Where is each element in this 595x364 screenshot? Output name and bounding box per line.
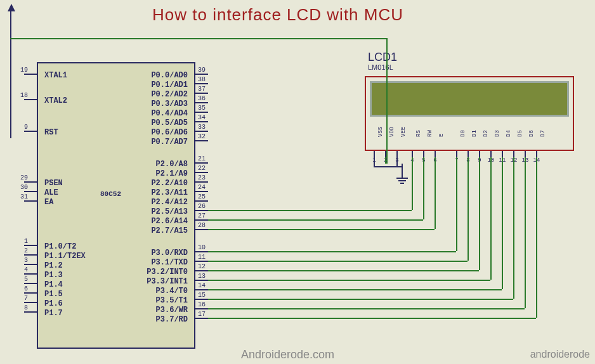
pin-number: 23	[198, 174, 206, 181]
pin-stub	[24, 273, 37, 275]
pin-stub	[24, 99, 37, 100]
wire	[435, 157, 436, 229]
pin-stub	[423, 151, 424, 157]
pin-stub	[536, 151, 537, 157]
pin-stub	[195, 229, 208, 230]
pin-stub	[385, 151, 386, 157]
pin-stub	[396, 151, 398, 157]
wire	[456, 157, 457, 251]
pin-number: 11	[198, 254, 206, 261]
mcu-pin-label: P0.5/AD5	[151, 119, 188, 127]
wire	[208, 261, 468, 262]
lcd-pin-label: RW	[427, 130, 433, 137]
pin-stub	[24, 181, 37, 183]
pin-stub	[24, 245, 37, 246]
pin-stub	[195, 251, 208, 252]
mcu-pin-label: P0.3/AD3	[151, 100, 188, 108]
pin-stub	[525, 151, 526, 157]
mcu-pin-label: P2.5/A13	[151, 207, 188, 216]
pin-stub	[195, 318, 208, 319]
wire	[490, 157, 492, 280]
pin-stub	[456, 151, 457, 157]
pin-number: 14	[198, 282, 206, 289]
pin-stub	[195, 210, 208, 211]
mcu-pin-label: P3.3/INT1	[147, 277, 188, 286]
wire	[208, 229, 435, 230]
pin-number: 7	[16, 295, 28, 302]
lcd-pin-label: VSS	[377, 127, 384, 137]
mcu-pin-label: P3.2/INT0	[147, 268, 188, 276]
pin-number: 35	[198, 105, 206, 112]
wire	[525, 157, 526, 308]
pin-stub	[490, 151, 492, 157]
pin-stub	[195, 200, 208, 202]
pin-stub	[502, 151, 503, 157]
mcu-pin-label: P3.7/RD	[156, 315, 188, 324]
lcd-module	[365, 76, 574, 151]
pin-number: 22	[198, 165, 206, 172]
pin-number: 4	[16, 266, 28, 273]
pin-number: 28	[198, 222, 206, 229]
pin-stub	[195, 299, 208, 300]
pin-stub	[24, 311, 37, 313]
mcu-pin-label: P2.3/A11	[151, 188, 188, 197]
ground-bar	[398, 180, 406, 181]
pin-stub	[195, 93, 208, 94]
mcu-pin-label: P2.6/A14	[151, 217, 188, 226]
wire	[423, 157, 424, 219]
mcu-pin-label: P0.4/AD4	[151, 109, 188, 118]
mcu-pin-label: RST	[44, 128, 58, 137]
wire	[208, 219, 423, 221]
mcu-pin-label: P0.7/AD7	[151, 138, 188, 146]
pin-number: 25	[198, 193, 206, 200]
lcd-ref-label: LCD1	[368, 51, 397, 64]
pin-stub	[24, 74, 37, 75]
pin-stub	[195, 102, 208, 103]
pin-number: 39	[198, 67, 206, 74]
lcd-screen	[370, 81, 569, 117]
pin-stub	[24, 200, 37, 202]
mcu-pin-label: ALE	[44, 188, 58, 197]
pin-number: 15	[198, 292, 206, 299]
mcu-pin-label: P2.0/A8	[156, 160, 188, 169]
wire	[208, 308, 525, 309]
pin-number: 3	[16, 257, 28, 264]
pin-stub	[195, 261, 208, 262]
pin-number: 19	[16, 67, 28, 74]
lcd-pin-label: VEE	[400, 127, 407, 137]
wire	[208, 318, 536, 319]
pin-number: 38	[198, 76, 206, 83]
power-arrow-icon	[8, 4, 15, 11]
mcu-pin-label: P0.2/AD2	[151, 90, 188, 99]
pin-number: 31	[16, 193, 28, 200]
mcu-pin-label: P1.3	[44, 271, 63, 280]
pin-number: 13	[198, 273, 206, 280]
pin-stub	[195, 172, 208, 173]
mcu-pin-label: P2.7/A15	[151, 226, 188, 235]
pin-stub	[195, 181, 208, 183]
pin-number: 24	[198, 184, 206, 191]
mcu-pin-label: P1.2	[44, 261, 63, 270]
pin-number: 5	[16, 276, 28, 283]
lcd-pin-label: D4	[506, 130, 512, 137]
pin-stub	[412, 151, 413, 157]
ground-bar	[400, 183, 404, 184]
mcu-pin-label: P3.6/WR	[156, 306, 188, 315]
watermark-2: androiderode	[530, 349, 590, 360]
wire	[208, 299, 513, 300]
pin-number: 21	[198, 155, 206, 162]
lcd-pin-label: D0	[460, 130, 466, 137]
wire	[208, 251, 456, 252]
wire	[468, 157, 469, 261]
mcu-pin-label: P1.4	[44, 280, 63, 289]
pin-stub	[195, 121, 208, 122]
pin-stub	[195, 270, 208, 271]
mcu-pin-label: P1.6	[44, 299, 63, 308]
mcu-pin-label: P3.0/RXD	[151, 249, 188, 257]
pin-stub	[195, 131, 208, 132]
pin-number: 8	[16, 304, 28, 311]
mcu-pin-label: P3.4/T0	[156, 287, 188, 296]
pin-stub	[195, 140, 208, 141]
mcu-chip: 80C52 XTAL1XTAL2RSTPSENALEEAP1.0/T2P1.1/…	[37, 62, 195, 349]
wire	[208, 210, 412, 211]
